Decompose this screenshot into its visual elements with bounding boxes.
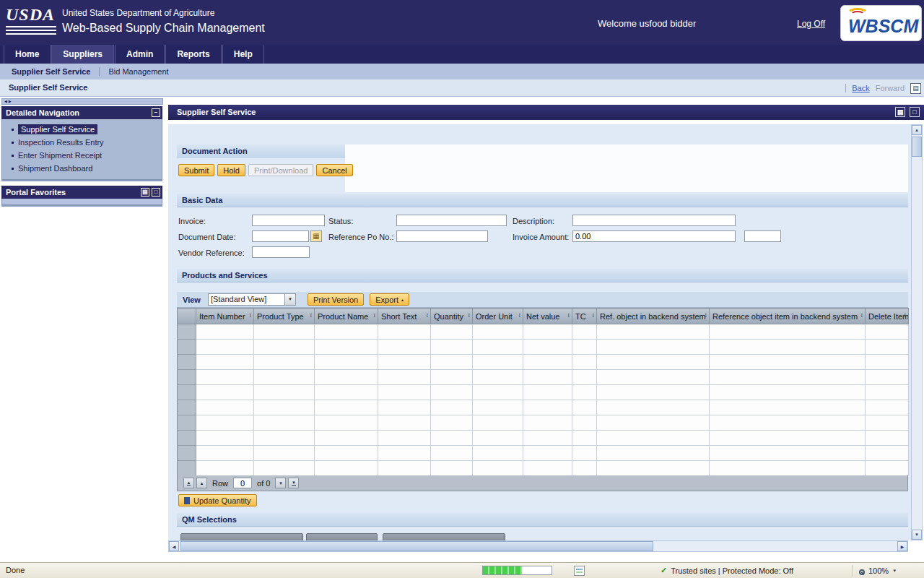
status-input[interactable] [396,215,507,226]
horizontal-scroll-thumb[interactable] [180,541,653,551]
table-cell [572,340,597,355]
collapse-panel-icon[interactable]: − [152,108,160,117]
print-version-button[interactable]: Print Version [308,293,364,306]
vendor-reference-input[interactable] [252,246,310,258]
select-all-header[interactable] [178,309,196,324]
description-input[interactable] [572,215,736,226]
column-header-tc[interactable]: TC↕ [572,309,597,324]
column-header-ref-object[interactable]: Ref. object in backend system↕ [597,309,710,324]
favorites-menu-icon[interactable]: ▤ [141,188,149,197]
export-button[interactable]: Export ▴ [370,293,409,306]
row-selector[interactable] [178,446,196,461]
row-number-input[interactable] [233,478,252,488]
row-selector[interactable] [178,355,196,370]
row-selector[interactable] [178,385,196,400]
submit-button[interactable]: Submit [178,164,214,176]
log-off-link[interactable]: Log Off [797,19,825,29]
vertical-scrollbar[interactable]: ▲ ▼ [911,124,923,540]
column-header-item-number[interactable]: Item Number↕ [196,309,254,324]
page-options-icon[interactable]: ▤ [910,83,921,94]
scroll-left-icon[interactable]: ◀ [169,541,179,551]
subnav-bid-management[interactable]: Bid Management [108,67,168,76]
table-cell [473,431,523,446]
content-title-bar: Supplier Self Service ▤ □ [168,105,924,120]
row-selector[interactable] [178,431,196,446]
chevron-down-icon[interactable]: ▼ [892,569,897,573]
next-row-button[interactable]: ▼ [275,478,286,488]
column-header-product-type[interactable]: Product Type↕ [254,309,315,324]
maximize-icon[interactable]: □ [910,107,920,117]
invoice-amount-input[interactable] [572,230,736,242]
row-selector[interactable] [178,461,196,476]
document-date-input[interactable] [252,230,309,242]
scroll-right-icon[interactable]: ▶ [9,99,13,103]
update-quantity-button[interactable]: Update Quantity [178,494,257,506]
hold-button[interactable]: Hold [217,164,245,176]
column-header-quantity[interactable]: Quantity↕ [431,309,473,324]
column-header-delete-item[interactable]: Delete Item↕ [866,309,909,324]
document-action-buttons: Submit Hold Print/Download Cancel [178,164,353,176]
column-header-order-unit[interactable]: Order Unit↕ [473,309,523,324]
table-row [178,355,909,370]
column-header-net-value[interactable]: Net value↕ [523,309,572,324]
table-row [178,324,909,340]
table-cell [597,340,710,355]
sidebar-scroll-strip[interactable]: ◀▶ [1,98,163,105]
invoice-label: Invoice: [178,216,206,227]
sort-icon: ↕ [373,311,377,319]
tab-help[interactable]: Help [222,45,264,64]
view-select-value: [Standard View] [209,294,284,305]
table-cell [597,461,710,476]
table-cell [710,415,866,431]
scroll-up-icon[interactable]: ▲ [912,125,922,135]
subnav-supplier-self-service[interactable]: Supplier Self Service [12,67,90,76]
view-select[interactable]: [Standard View] ▼ [208,293,296,306]
table-cell [378,370,431,385]
column-header-product-name[interactable]: Product Name↕ [315,309,378,324]
usda-logo: USDA [6,5,56,40]
zoom-control[interactable]: 100% ▼ [859,564,897,577]
tab-suppliers[interactable]: Suppliers [51,45,114,64]
table-cell [523,370,572,385]
tab-admin[interactable]: Admin [115,45,165,64]
chevron-down-icon[interactable]: ▼ [284,294,295,305]
column-header-ref-object-item[interactable]: Reference object item in backend system↕ [710,309,866,324]
collapse-panel-icon[interactable]: □ [152,188,160,197]
page-menu-icon[interactable]: ▤ [895,107,905,117]
reference-po-input[interactable] [396,230,488,242]
sort-icon: ↕ [705,311,708,319]
row-selector[interactable] [178,324,196,340]
update-quantity-icon [184,497,190,504]
table-row [178,385,909,400]
row-selector[interactable] [178,415,196,431]
tab-home[interactable]: Home [4,45,51,64]
first-row-button[interactable]: ▲ [183,478,194,488]
table-cell [196,431,254,446]
cancel-button[interactable]: Cancel [316,164,352,176]
table-cell [378,415,431,431]
calendar-icon[interactable]: ▦ [310,230,322,242]
vertical-scroll-thumb[interactable] [912,137,922,157]
sidebar-item-enter-shipment-receipt[interactable]: Enter Shipment Receipt [2,149,162,162]
row-selector[interactable] [178,400,196,415]
sidebar-item-supplier-self-service[interactable]: Supplier Self Service [2,123,162,136]
last-row-button[interactable]: ▼ [288,478,299,488]
sidebar-item-shipment-dashboard[interactable]: Shipment Dashboard [2,162,162,175]
row-selector[interactable] [178,340,196,355]
sort-icon: ↕ [468,311,471,319]
column-header-short-text[interactable]: Short Text↕ [378,309,431,324]
scroll-right-icon[interactable]: ▶ [897,541,907,551]
horizontal-scrollbar[interactable]: ◀ ▶ [168,540,908,552]
table-cell [572,385,597,400]
sidebar-item-inspection-results-entry[interactable]: Inspection Results Entry [2,136,162,149]
table-cell [431,324,473,340]
scroll-down-icon[interactable]: ▼ [912,530,922,540]
currency-input[interactable] [744,230,781,242]
tab-reports[interactable]: Reports [165,45,221,64]
invoice-input[interactable] [252,215,325,226]
row-selector[interactable] [178,370,196,385]
back-link[interactable]: Back [852,84,869,92]
portal-favorites-panel: Portal Favorites ▤ □ [1,186,162,205]
previous-row-button[interactable]: ▲ [196,478,207,488]
table-cell [572,355,597,370]
